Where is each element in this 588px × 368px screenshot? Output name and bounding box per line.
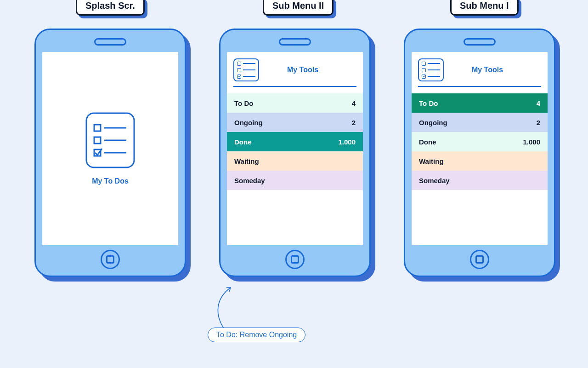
menu-row[interactable]: Waiting	[412, 151, 548, 171]
svg-rect-3	[94, 137, 101, 144]
tools-title: My Tools	[452, 66, 523, 74]
menu-row[interactable]: Ongoing2	[412, 113, 548, 132]
menu-row[interactable]: Done1.000	[227, 132, 363, 151]
menu-row[interactable]: Someday	[412, 171, 548, 190]
menu-row-count: 1.000	[523, 138, 540, 146]
home-button[interactable]	[101, 250, 120, 269]
menu-row-count: 1.000	[338, 138, 356, 146]
home-button[interactable]	[470, 250, 489, 269]
menu-row-count: 2	[537, 119, 540, 126]
annotation-arrow-icon	[210, 283, 238, 334]
home-button[interactable]	[285, 250, 305, 269]
screen-submenu-1: My Tools To Do4Ongoing2Done1.000WaitingS…	[412, 52, 548, 245]
menu-row-count: 4	[537, 99, 540, 107]
splash-app-name: My To Dos	[92, 177, 129, 185]
checklist-icon	[85, 112, 136, 169]
menu-row-label: Waiting	[234, 157, 259, 165]
menu-row-count: 2	[352, 119, 356, 126]
menu-row-label: Someday	[419, 177, 450, 184]
tools-title: My Tools	[267, 66, 338, 74]
phone-submenu-1: My Tools To Do4Ongoing2Done1.000WaitingS…	[404, 29, 555, 277]
label-submenu-2: Sub Menu II	[263, 0, 334, 16]
menu-row[interactable]: Done1.000	[412, 132, 548, 151]
annotation-note: To Do: Remove Ongoing	[208, 328, 305, 342]
menu-row-label: Ongoing	[419, 119, 447, 126]
menu-row-label: Someday	[234, 177, 265, 184]
canvas: Splash Scr. Sub Menu II Sub Menu I	[0, 0, 588, 368]
menu-row-label: To Do	[234, 99, 253, 107]
phone-speaker	[94, 38, 126, 46]
label-splash: Splash Scr.	[76, 0, 145, 16]
phone-speaker	[464, 38, 496, 46]
menu-row[interactable]: To Do4	[227, 93, 363, 113]
menu-row[interactable]: Ongoing2	[227, 113, 363, 132]
menu-row-count: 4	[352, 99, 356, 107]
menu-row-label: To Do	[419, 99, 438, 107]
phone-splash: My To Dos	[34, 29, 186, 277]
menu-row[interactable]: To Do4	[412, 93, 548, 113]
menu-list: To Do4Ongoing2Done1.000WaitingSomeday	[227, 93, 363, 190]
menu-row-label: Done	[419, 138, 436, 146]
svg-rect-1	[94, 125, 101, 131]
phone-speaker	[279, 38, 311, 46]
menu-row-label: Ongoing	[234, 119, 263, 126]
screen-submenu-2: My Tools To Do4Ongoing2Done1.000WaitingS…	[227, 52, 363, 245]
menu-row-label: Done	[234, 138, 252, 146]
menu-row-label: Waiting	[419, 157, 444, 165]
phone-submenu-2: My Tools To Do4Ongoing2Done1.000WaitingS…	[219, 29, 371, 277]
menu-row[interactable]: Waiting	[227, 151, 363, 171]
checklist-icon	[233, 58, 259, 81]
screen-splash: My To Dos	[42, 52, 178, 245]
menu-row[interactable]: Someday	[227, 171, 363, 190]
checklist-icon	[418, 58, 444, 81]
menu-list: To Do4Ongoing2Done1.000WaitingSomeday	[412, 93, 548, 190]
label-submenu-1: Sub Menu I	[450, 0, 519, 16]
